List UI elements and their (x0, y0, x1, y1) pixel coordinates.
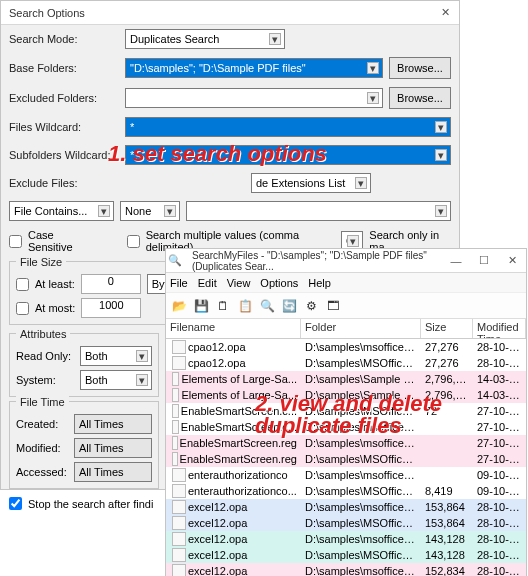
close-icon: ✕ (508, 254, 517, 267)
col-modified[interactable]: Modified Time (473, 319, 526, 338)
close-icon: ✕ (441, 6, 450, 19)
titlebar: Search Options ✕ (1, 1, 459, 25)
label-subfolders-wildcard: Subfolders Wildcard: (9, 149, 119, 161)
copy-icon[interactable]: 📋 (236, 297, 254, 315)
file-contains-select[interactable]: File Contains... ▾ (9, 201, 114, 221)
table-row[interactable]: cpao12.opaD:\samples\MSOfficeProP...27,2… (166, 355, 526, 371)
atmost-checkbox[interactable] (16, 302, 29, 315)
file-icon (172, 340, 186, 354)
readonly-select[interactable]: Both▾ (80, 346, 152, 366)
table-row[interactable]: excel12.opaD:\samples\msoffice2007...152… (166, 563, 526, 576)
table-row[interactable]: EnableSmartScreen.regD:\samples\msoffice… (166, 435, 526, 451)
cell-modified: 28-10-2006 00:14: (473, 517, 526, 529)
menu-options[interactable]: Options (260, 277, 298, 289)
cell-folder: D:\samples\MSOfficeProP... (301, 453, 421, 465)
table-row[interactable]: Elements of Large-Sa...D:\samples\Sample… (166, 371, 526, 387)
close-button[interactable]: ✕ (431, 2, 459, 24)
chevron-down-icon: ▾ (435, 121, 447, 133)
files-wildcard-input[interactable]: * ▾ (125, 117, 451, 137)
table-row[interactable]: excel12.opaD:\samples\msoffice2007...143… (166, 531, 526, 547)
atleast-input[interactable]: 0 (81, 274, 141, 294)
chevron-down-icon: ▾ (355, 177, 367, 189)
cell-modified: 27-10-2013 20:36: (473, 453, 526, 465)
menu-help[interactable]: Help (308, 277, 331, 289)
chevron-down-icon: ▾ (347, 235, 359, 247)
label-files-wildcard: Files Wildcard: (9, 121, 119, 133)
chevron-down-icon: ▾ (435, 205, 447, 217)
table-row[interactable]: enterauthorizationcoD:\samples\msoffice2… (166, 467, 526, 483)
search-mode-select[interactable]: Duplicates Search ▾ (125, 29, 285, 49)
find-icon[interactable]: 🔍 (258, 297, 276, 315)
chevron-down-icon: ▾ (269, 33, 281, 45)
col-size[interactable]: Size (421, 319, 473, 338)
table-row[interactable]: EnableSmartScreen.c...D:\samples\MSOffic… (166, 403, 526, 419)
case-sensitive-checkbox[interactable] (9, 235, 22, 248)
cell-filename: enterauthorizationco (188, 469, 288, 481)
accessed-select[interactable]: All Times (74, 462, 152, 482)
chevron-down-icon: ▾ (367, 92, 379, 104)
none-select[interactable]: None ▾ (120, 201, 180, 221)
table-row[interactable]: excel12.opaD:\samples\MSOfficeProP...153… (166, 515, 526, 531)
atleast-checkbox[interactable] (16, 278, 29, 291)
close-button-2[interactable]: ✕ (498, 250, 526, 272)
browse-button-2[interactable]: Browse... (389, 87, 451, 109)
open-icon[interactable]: 📂 (170, 297, 188, 315)
results-window: 🔍 SearchMyFiles - "D:\samples"; "D:\Samp… (165, 248, 527, 576)
cell-filename: EnableSmartScreen.reg (180, 437, 297, 449)
search-multiple-checkbox[interactable] (127, 235, 140, 248)
properties-icon[interactable]: 🗒 (214, 297, 232, 315)
table-row[interactable]: Elements of Large-Sa...D:\samples\Sample… (166, 387, 526, 403)
table-row[interactable]: excel12.opaD:\samples\msoffice2007...153… (166, 499, 526, 515)
label-stop-search: Stop the search after findi (28, 498, 153, 510)
menu-file[interactable]: File (170, 277, 188, 289)
subfolders-wildcard-input[interactable]: * ▾ (125, 145, 451, 165)
exclude-extensions-select[interactable]: de Extensions List ▾ (251, 173, 371, 193)
contains-value-input[interactable]: ▾ (186, 201, 451, 221)
created-select[interactable]: All Times (74, 414, 152, 434)
menu-view[interactable]: View (227, 277, 251, 289)
table-row[interactable]: excel12.opaD:\samples\MSOfficeProP...143… (166, 547, 526, 563)
table-row[interactable]: enterauthorizationco...D:\samples\MSOffi… (166, 483, 526, 499)
cell-folder: D:\samples\MSOfficeProP... (301, 485, 421, 497)
file-icon (172, 468, 186, 482)
cell-size: 2,796,628 (421, 389, 473, 401)
label-file-size: File Size (16, 256, 66, 268)
atmost-input[interactable]: 1000 (81, 298, 141, 318)
col-folder[interactable]: Folder (301, 319, 421, 338)
explorer-icon[interactable]: 🗔 (324, 297, 342, 315)
cell-filename: enterauthorizationco... (188, 485, 297, 497)
cell-filename: excel12.opa (188, 517, 247, 529)
system-select[interactable]: Both▾ (80, 370, 152, 390)
browse-button[interactable]: Browse... (389, 57, 451, 79)
titlebar-2: 🔍 SearchMyFiles - "D:\samples"; "D:\Samp… (166, 249, 526, 273)
file-icon (172, 548, 186, 562)
minimize-button[interactable]: — (442, 250, 470, 272)
file-icon (172, 532, 186, 546)
table-row[interactable]: EnableSmartScreen.c...D:\samples\msoffic… (166, 419, 526, 435)
modified-select[interactable]: All Times (74, 438, 152, 458)
table-row[interactable]: EnableSmartScreen.regD:\samples\MSOffice… (166, 451, 526, 467)
stop-search-checkbox[interactable] (9, 497, 22, 510)
cell-filename: cpao12.opa (188, 357, 246, 369)
cell-folder: D:\samples\msoffice2007... (301, 437, 421, 449)
cell-size: 27,276 (421, 357, 473, 369)
settings-icon[interactable]: ⚙ (302, 297, 320, 315)
label-case-sensitive: Case Sensitive (28, 229, 96, 253)
table-row[interactable]: cpao12.opaD:\samples\msoffice2007...27,2… (166, 339, 526, 355)
label-modified: Modified: (16, 442, 68, 454)
cell-filename: EnableSmartScreen.c... (181, 405, 297, 417)
maximize-button[interactable]: ☐ (470, 250, 498, 272)
attributes-group: Attributes Read Only: Both▾ System: Both… (9, 333, 159, 397)
cell-modified: 27-10-2013 20:36: (473, 437, 526, 449)
list-body: cpao12.opaD:\samples\msoffice2007...27,2… (166, 339, 526, 576)
base-folders-input[interactable]: "D:\samples"; "D:\Sample PDF files" ▾ (125, 58, 383, 78)
cell-folder: D:\samples\MSOfficeProP... (301, 549, 421, 561)
menu-edit[interactable]: Edit (198, 277, 217, 289)
base-folders-value: "D:\samples"; "D:\Sample PDF files" (130, 62, 306, 74)
refresh-icon[interactable]: 🔄 (280, 297, 298, 315)
excluded-folders-input[interactable]: ▾ (125, 88, 383, 108)
col-filename[interactable]: Filename (166, 319, 301, 338)
cell-size: 143,128 (421, 533, 473, 545)
cell-folder: D:\samples\msoffice2... (301, 469, 421, 481)
save-icon[interactable]: 💾 (192, 297, 210, 315)
